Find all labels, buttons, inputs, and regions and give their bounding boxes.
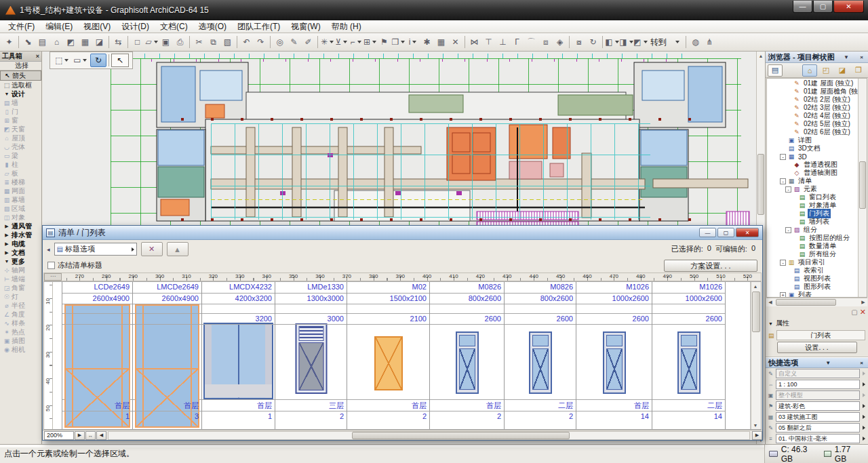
flag-icon[interactable]: ⚑ — [377, 35, 391, 49]
scroll-up-icon[interactable]: ▲ — [757, 52, 765, 60]
toolbox-item[interactable]: ▦ 网面 — [0, 186, 41, 195]
toolbox-item[interactable]: ▨ 区域 — [0, 204, 41, 213]
marquee-options-icon[interactable]: ⬚ — [54, 54, 70, 67]
door-column[interactable]: M0826 800x2600 2600 首层 2 — [430, 282, 505, 429]
save-icon[interactable]: ▣ — [159, 35, 173, 49]
guide-lines-icon[interactable]: ⌐ — [349, 35, 363, 49]
toolbox-item[interactable]: ▣ 插图 — [0, 336, 41, 345]
zoom-window-icon[interactable]: ◧ — [605, 35, 619, 49]
marquee-3d-icon[interactable]: ⧇ — [572, 35, 586, 49]
resize-icon[interactable]: ⧈ — [538, 35, 553, 49]
pick-up-icon[interactable]: ✐ — [301, 35, 315, 49]
menu-item[interactable]: 设计(D) — [116, 20, 155, 33]
split-icon[interactable]: ⊥ — [496, 35, 510, 49]
chain-icon[interactable]: ✱ — [420, 35, 434, 49]
minimize-button[interactable]: — — [699, 228, 716, 237]
new-file-icon[interactable]: □ — [130, 35, 144, 49]
detach-pane-icon[interactable]: ▢ — [851, 308, 857, 316]
toolbox-item[interactable]: ⌂ 屋顶 — [0, 134, 41, 142]
suspend-groups-icon[interactable]: ✳ — [320, 35, 334, 49]
separator[interactable] — [237, 36, 237, 48]
toolbox-item[interactable]: ↖ 箭头 — [0, 71, 41, 81]
close-button[interactable]: ✕ — [833, 1, 864, 13]
freeze-header-checkbox[interactable] — [47, 262, 55, 269]
fit-width-icon[interactable]: ↔ — [85, 431, 96, 440]
separator[interactable] — [270, 36, 271, 48]
merge-cells-button[interactable]: ✕ — [141, 242, 163, 256]
wall-mode-icon[interactable]: ⬊ — [21, 35, 35, 49]
scrollbar-thumb[interactable] — [352, 432, 570, 439]
toolbox-item[interactable]: ▭ 梁 — [0, 151, 41, 160]
toolbox-item[interactable]: ✶ 热点 — [0, 327, 41, 336]
close-x-icon[interactable]: ✕ — [448, 35, 462, 49]
door-column[interactable]: M1026 1000x2600 2600 首层 14 — [576, 282, 652, 429]
menu-item[interactable]: 文档(C) — [155, 20, 193, 33]
scheme-settings-button[interactable]: 方案设置. . . — [664, 260, 757, 272]
print-icon[interactable]: ⎙ — [173, 35, 187, 49]
fit-window-icon[interactable]: ◨ — [619, 35, 633, 49]
view-map-icon[interactable]: ◰ — [818, 64, 833, 77]
toolbox-item[interactable]: ▶ 电缆 — [0, 239, 41, 248]
maximize-button[interactable]: ▢ — [813, 1, 833, 13]
zoom-level[interactable]: 200% — [44, 431, 74, 440]
fillet-icon[interactable]: Γ — [510, 35, 524, 49]
door-column[interactable]: LCDe2649 2600x4900 首层 1 — [62, 282, 133, 429]
toolbox-item[interactable]: ▮ 柱 — [0, 160, 41, 169]
door-column[interactable]: M02 1500x2100 2100 首层 2 — [347, 282, 430, 429]
toolbox-item[interactable]: ▼ 设计 — [0, 89, 41, 98]
toolbox-item[interactable]: ◉ 相机 — [0, 345, 41, 354]
open-file-icon[interactable]: ▱ — [144, 35, 159, 49]
toolbox-close-icon[interactable]: × — [36, 53, 39, 60]
collapse-toolbar-icon[interactable]: ◂ — [47, 246, 50, 253]
toolbox-item[interactable]: ⌀ 半径 — [0, 301, 41, 310]
scroll-right-icon[interactable]: ▶ — [752, 431, 762, 440]
quick-option-dropdown[interactable]: ✎ 自定义 — [766, 368, 868, 379]
separator[interactable] — [127, 36, 128, 48]
toolbox-item[interactable]: ⊹ 轴网 — [0, 266, 41, 275]
quick-option-dropdown[interactable]: ▣ 整个模型 — [766, 390, 868, 401]
expand-toggle[interactable]: - — [785, 227, 791, 233]
expand-toggle[interactable]: - — [785, 186, 791, 193]
publisher-icon[interactable]: ❐ — [851, 64, 866, 77]
scroll-left-icon[interactable]: ◀ — [96, 431, 106, 440]
toolbox-item[interactable]: ▶ 排水管 — [0, 230, 41, 239]
tree-vertical-scrollbar[interactable] — [858, 79, 867, 297]
toolbox-item[interactable]: ▶ 文档 — [0, 248, 41, 257]
gravity-icon[interactable]: ⊻ — [334, 35, 349, 49]
tree-item[interactable]: + ▣ 列表 — [767, 291, 858, 297]
ruler-corner[interactable]: ⋯ — [44, 273, 62, 281]
scrollbar-thumb[interactable] — [776, 299, 836, 306]
toolbox-item[interactable]: ▶ 通风管 — [0, 222, 41, 230]
quick-option-dropdown[interactable]: ⚑ 建筑-彩色 — [766, 401, 868, 411]
toolbox-item[interactable]: ◫ 对象 — [0, 213, 41, 222]
scrollbar-thumb[interactable] — [757, 154, 764, 215]
sort-button[interactable]: ▲ — [167, 242, 189, 256]
trim-icon[interactable]: ⋈ — [467, 35, 481, 49]
toolbox-item[interactable]: ≣ 楼梯 — [0, 178, 41, 186]
toolbox-item[interactable]: ▤ 墙 — [0, 98, 41, 107]
toolbox-item[interactable]: ☉ 灯 — [0, 292, 41, 301]
toolbox-item[interactable]: ⬚ 选取框 — [0, 81, 41, 89]
favorites-icon[interactable]: ✦ — [2, 35, 16, 49]
separator[interactable] — [602, 36, 603, 48]
menu-item[interactable]: 文件(F) — [3, 20, 40, 33]
scroll-left-icon[interactable]: ◀ — [766, 298, 774, 306]
pen-icon[interactable]: ✎ — [287, 35, 301, 49]
toolbox-item[interactable]: ⊢ 墙端 — [0, 275, 41, 283]
merge-icon[interactable]: ⇆ — [111, 35, 125, 49]
separator[interactable] — [569, 36, 570, 48]
menu-item[interactable]: 视图(V) — [78, 20, 116, 33]
tree-item[interactable]: ▤ 3D文档 — [767, 144, 858, 153]
navigate-icon[interactable]: ◍ — [688, 35, 703, 49]
toolbox-item[interactable]: ▱ 板 — [0, 169, 41, 178]
toolbox-item[interactable]: ◡ 壳体 — [0, 142, 41, 151]
door-column[interactable]: LMCDX4232 4200x3200 3200 首层 1 — [202, 282, 275, 429]
zone-mode-icon[interactable]: ◪ — [92, 35, 106, 49]
toolbox-item[interactable]: ▥ 幕墙 — [0, 195, 41, 204]
orbit-icon[interactable]: ↻ — [90, 54, 106, 67]
toolbox-item[interactable]: 选择 — [0, 62, 41, 71]
layout-book-icon[interactable]: ◪ — [835, 64, 850, 77]
door-column[interactable]: M0826 800x2600 2600 二层 2 — [505, 282, 576, 429]
toolbox-item[interactable]: ∠ 角度 — [0, 310, 41, 319]
door-column[interactable]: M1026 1000x2600 2600 二层 14 — [652, 282, 726, 429]
